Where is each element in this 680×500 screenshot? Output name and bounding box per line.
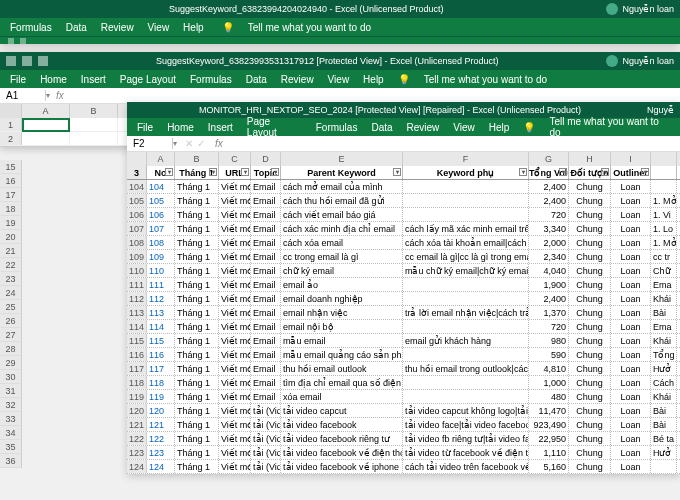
cancel-icon[interactable]: ✕	[185, 138, 193, 149]
cell-url[interactable]: Viết mới	[219, 222, 251, 235]
filter-dropdown-icon[interactable]: ▾	[241, 168, 249, 176]
cell-parent-keyword[interactable]: tải video capcut	[281, 404, 403, 417]
cell-volume[interactable]: 2,000	[529, 236, 569, 249]
cell-no[interactable]: 118	[147, 376, 175, 389]
user-badge[interactable]: Nguyễn loan	[606, 3, 674, 15]
cell-audience[interactable]: Chung	[569, 306, 611, 319]
cell-audience[interactable]: Chung	[569, 180, 611, 193]
cell-audience[interactable]: Chung	[569, 334, 611, 347]
row-header[interactable]: 123	[127, 446, 147, 459]
titlebar[interactable]: SuggestKeyword_63823994204024940 - Excel…	[0, 0, 680, 18]
cell-outliner[interactable]: Loan	[611, 208, 651, 221]
enter-icon[interactable]: ✓	[197, 138, 205, 149]
cell-parent-keyword[interactable]: tải video facebook về iphone	[281, 460, 403, 473]
col-header[interactable]: I	[611, 152, 651, 166]
cell-url[interactable]: Viết mới	[219, 446, 251, 459]
col-header[interactable]: D	[251, 152, 281, 166]
cell-no[interactable]: 110	[147, 264, 175, 277]
th-month[interactable]: Tháng 1▾	[175, 166, 219, 179]
row-header[interactable]: 1	[0, 118, 22, 131]
cell-outliner[interactable]: Loan	[611, 236, 651, 249]
cell-month[interactable]: Tháng 1	[175, 348, 219, 361]
cell-outliner[interactable]: Loan	[611, 278, 651, 291]
cell-month[interactable]: Tháng 1	[175, 264, 219, 277]
cell-parent-keyword[interactable]: cc trong email là gì	[281, 250, 403, 263]
cell-url[interactable]: Viết mới	[219, 292, 251, 305]
cell-outliner[interactable]: Loan	[611, 446, 651, 459]
cell-parent-keyword[interactable]: cách mở email của mình	[281, 180, 403, 193]
cell-keyword-sub[interactable]: email gửi khách hàng	[403, 334, 529, 347]
cell-url[interactable]: Viết mới	[219, 306, 251, 319]
cell[interactable]	[70, 118, 118, 132]
cell-extra[interactable]: Bài	[651, 404, 677, 417]
filter-dropdown-icon[interactable]: ▾	[559, 168, 567, 176]
cell-month[interactable]: Tháng 1	[175, 292, 219, 305]
cell-outliner[interactable]: Loan	[611, 334, 651, 347]
cell[interactable]	[70, 132, 118, 146]
cell-keyword-sub[interactable]	[403, 278, 529, 291]
cell-keyword-sub[interactable]	[403, 292, 529, 305]
cell-topic[interactable]: Email	[251, 278, 281, 291]
col-header[interactable]: G	[529, 152, 569, 166]
cell-extra[interactable]: Khái	[651, 292, 677, 305]
cell-parent-keyword[interactable]: email nội bộ	[281, 320, 403, 333]
cell-keyword-sub[interactable]: cách xóa tài khoản email|cách xóa	[403, 236, 529, 249]
cell-month[interactable]: Tháng 1	[175, 390, 219, 403]
cell-outliner[interactable]: Loan	[611, 404, 651, 417]
row-header[interactable]: 36	[0, 454, 22, 468]
row-header[interactable]: 15	[0, 160, 22, 174]
row-header[interactable]: 30	[0, 370, 22, 384]
col-header[interactable]: B	[175, 152, 219, 166]
row-header[interactable]: 113	[127, 306, 147, 319]
th-volume[interactable]: Tổng Volume▾	[529, 166, 569, 179]
select-all-corner[interactable]	[0, 104, 22, 118]
cell-topic[interactable]: Email	[251, 362, 281, 375]
cell-topic[interactable]: Email	[251, 194, 281, 207]
row-header[interactable]: 117	[127, 362, 147, 375]
row-header[interactable]: 110	[127, 264, 147, 277]
cell-parent-keyword[interactable]: email ảo	[281, 278, 403, 291]
cell-extra[interactable]: Ema	[651, 320, 677, 333]
th-url[interactable]: URL▾	[219, 166, 251, 179]
cell-extra[interactable]	[651, 180, 677, 193]
cell-url[interactable]: Viết mới	[219, 208, 251, 221]
cell-audience[interactable]: Chung	[569, 460, 611, 473]
namebox-arrow-icon[interactable]: ▾	[173, 139, 177, 148]
row-header[interactable]: 18	[0, 202, 22, 216]
cell-outliner[interactable]: Loan	[611, 180, 651, 193]
row-header[interactable]: 26	[0, 314, 22, 328]
cell-no[interactable]: 123	[147, 446, 175, 459]
qat-item[interactable]	[8, 38, 14, 44]
cell-outliner[interactable]: Loan	[611, 460, 651, 473]
cell-keyword-sub[interactable]	[403, 348, 529, 361]
cell-audience[interactable]: Chung	[569, 222, 611, 235]
row-header[interactable]: 31	[0, 384, 22, 398]
tab-help[interactable]: Help	[489, 122, 510, 133]
cell-month[interactable]: Tháng 1	[175, 250, 219, 263]
cell-month[interactable]: Tháng 1	[175, 194, 219, 207]
cell-volume[interactable]: 720	[529, 208, 569, 221]
filter-dropdown-icon[interactable]: ▾	[393, 168, 401, 176]
th-parent-keyword[interactable]: Parent Keyword▾	[281, 166, 403, 179]
cell-topic[interactable]: tải (Video	[251, 446, 281, 459]
cell-volume[interactable]: 1,900	[529, 278, 569, 291]
undo-icon[interactable]	[22, 56, 32, 66]
cell-volume[interactable]: 2,340	[529, 250, 569, 263]
cell-extra[interactable]: Bé ta	[651, 432, 677, 445]
cell-outliner[interactable]: Loan	[611, 264, 651, 277]
cell-keyword-sub[interactable]	[403, 180, 529, 193]
cell-volume[interactable]: 5,160	[529, 460, 569, 473]
th-outliner[interactable]: Outliner▾	[611, 166, 651, 179]
row-header[interactable]: 21	[0, 244, 22, 258]
cell-url[interactable]: Viết mới	[219, 278, 251, 291]
fx-icon[interactable]: fx	[56, 90, 64, 101]
cell-keyword-sub[interactable]	[403, 194, 529, 207]
row-header[interactable]: 20	[0, 230, 22, 244]
tab-review[interactable]: Review	[407, 122, 440, 133]
name-box[interactable]: F2	[133, 138, 173, 149]
qat-item[interactable]	[20, 38, 26, 44]
cell-keyword-sub[interactable]: trả lời email nhận việc|cách trả lời	[403, 306, 529, 319]
row-header[interactable]: 108	[127, 236, 147, 249]
tab-pagelayout[interactable]: Page Layout	[247, 116, 302, 138]
cell-extra[interactable]: Chữ	[651, 264, 677, 277]
